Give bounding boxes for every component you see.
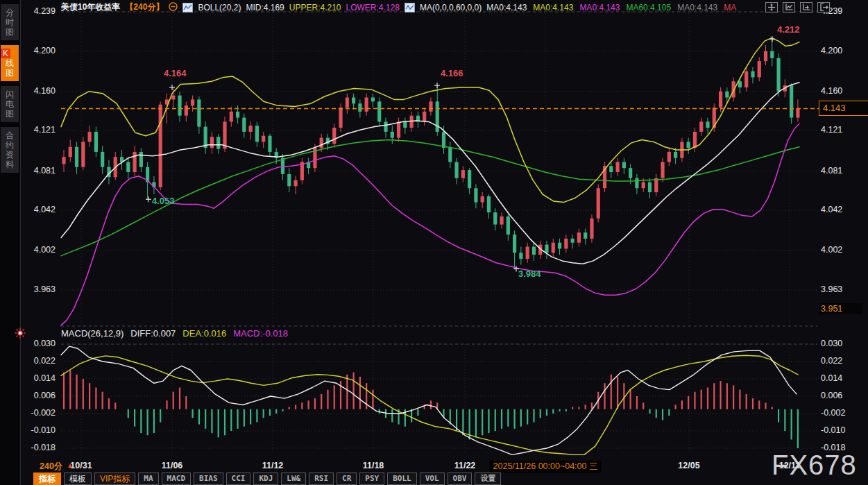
axis-label: 4.002 [821, 245, 842, 255]
candlestick-chart-canvas[interactable] [0, 0, 868, 485]
axis-label: -0.010 [821, 425, 845, 435]
axis-label: 4.121 [821, 125, 842, 135]
toolbar-button-PSY[interactable]: PSY [359, 473, 384, 485]
price-annotation: 4.212 [777, 24, 800, 35]
macd-header: MACD(26,12,9) DIFF:0.007 DEA:0.016 MACD:… [61, 328, 288, 339]
boll-lower-value: LOWER:4.128 [346, 3, 400, 12]
toolbar-button-BOLL[interactable]: BOLL [387, 473, 417, 485]
sidebar-tab-分时图[interactable]: 分时图 [1, 4, 19, 40]
indicator-toolbar: 指标模板VIP指标MAMACDBIASCCIKDJLW&RSICRPSYBOLL… [33, 473, 501, 485]
chart-tool-icons [765, 2, 830, 12]
boll-label: BOLL(20,2) [198, 3, 241, 12]
boll-indicator-icon[interactable] [182, 3, 193, 12]
axis-label: 4.081 [821, 166, 842, 176]
ma-values: MA0:4.143MA0:4.143MA0:4.143MA60:4.105MA0… [486, 3, 736, 12]
ma-value: MA0:4.143 [677, 3, 717, 12]
macd-value: MACD:-0.018 [233, 328, 288, 339]
current-price-box: 4.143 [819, 101, 868, 116]
toolbar-button-CCI[interactable]: CCI [226, 473, 251, 485]
axis-label: 4.200 [821, 46, 842, 56]
toolbar-button-指标[interactable]: 指标 [33, 473, 61, 485]
toolbar-button-CR[interactable]: CR [337, 473, 357, 485]
toolbar-button-KDJ[interactable]: KDJ [253, 473, 278, 485]
ma-value: MA0:4.143 [486, 3, 527, 12]
toolbar-button-VOL[interactable]: VOL [420, 473, 445, 485]
selected-bar-timestamp: 2025/11/26 00:00~04:00 三 [490, 461, 602, 473]
macd-dea-value: DEA:0.016 [182, 328, 226, 339]
axis-scale-icon[interactable] [783, 2, 795, 12]
x-axis-tick: 10/31 [70, 461, 92, 470]
fx678-watermark: FX678 [772, 450, 857, 481]
alert-sun-icon[interactable] [15, 327, 26, 341]
x-axis-tick: 11/22 [454, 461, 476, 470]
axis-label: 4.160 [821, 86, 842, 96]
toolbar-button-MA[interactable]: MA [138, 473, 158, 485]
x-axis-tick: 11/18 [363, 461, 384, 470]
toolbar-button-设置[interactable]: 设置 [475, 473, 501, 485]
x-axis-row: 240分 ▲ 10/3111/0611/1211/1811/222025/11/… [0, 459, 868, 473]
axis-label: 0.030 [821, 339, 842, 348]
price-annotation: 4.166 [441, 68, 463, 78]
pan-icon[interactable] [765, 2, 778, 12]
ma-value: MA60:4.105 [626, 3, 671, 12]
axis-label: 4.042 [821, 205, 842, 214]
ma-value: MA [724, 3, 736, 12]
axis-playback-icon[interactable] [800, 2, 812, 12]
boll-mid-value: MID:4.169 [246, 3, 284, 12]
toolbar-button-MACD[interactable]: MACD [162, 473, 192, 485]
toolbar-button-RSI[interactable]: RSI [309, 473, 334, 485]
ma-value: MA0:4.143 [533, 3, 573, 12]
charting-app: 分时图K线图闪电图合约资料 美债10年收益率 【240分】 BOLL(20,2)… [0, 0, 868, 485]
axis-label: 0.022 [821, 356, 842, 366]
sidebar-tab-闪电图[interactable]: 闪电图 [1, 86, 19, 122]
x-axis-tick: 11/06 [162, 461, 183, 470]
axis-label: -0.002 [821, 408, 845, 418]
axis-label: 3.963 [821, 284, 842, 294]
price-annotation: 4.164 [164, 68, 187, 78]
period-selector[interactable]: 240分 [40, 461, 62, 473]
axis-label: 0.006 [821, 391, 842, 400]
ma-params-label: MA(0,0,0,60,0,0) [420, 3, 482, 12]
toolbar-button-LW&[interactable]: LW& [281, 473, 306, 485]
boll-upper-value: UPPER:4.210 [289, 3, 341, 12]
macd-diff-value: DIFF:0.007 [130, 328, 176, 339]
toolbar-button-BIAS[interactable]: BIAS [194, 473, 223, 485]
range-min-label: 3.951 [819, 303, 862, 314]
sidebar-tab-合约资料[interactable]: 合约资料 [1, 127, 19, 173]
axis-label: 0.014 [821, 373, 842, 383]
price-annotation: 4.053 [152, 196, 175, 206]
toolbar-button-模板[interactable]: 模板 [64, 473, 92, 485]
toolbar-button-OBV[interactable]: OBV [448, 473, 473, 485]
ma-value: MA0:4.143 [579, 3, 620, 12]
macd-label: MACD(26,12,9) [61, 328, 124, 339]
left-sidebar: 分时图K线图闪电图合约资料 [0, 0, 21, 485]
sidebar-tab-K线图[interactable]: K线图 [1, 45, 19, 81]
ma-indicator-icon[interactable] [405, 3, 415, 12]
price-annotation: 3.984 [518, 269, 541, 279]
toolbar-button-VIP指标[interactable]: VIP指标 [94, 473, 135, 485]
x-axis-tick: 11/12 [262, 461, 284, 470]
x-axis-tick: 12/05 [678, 461, 699, 470]
chart-header: 美债10年收益率 【240分】 BOLL(20,2) MID:4.169 UPP… [61, 2, 736, 12]
period-badge[interactable]: 【240分】 [125, 1, 164, 13]
exit-icon[interactable] [817, 2, 830, 12]
zoom-out-icon[interactable] [169, 2, 178, 13]
instrument-title: 美债10年收益率 [61, 1, 120, 13]
